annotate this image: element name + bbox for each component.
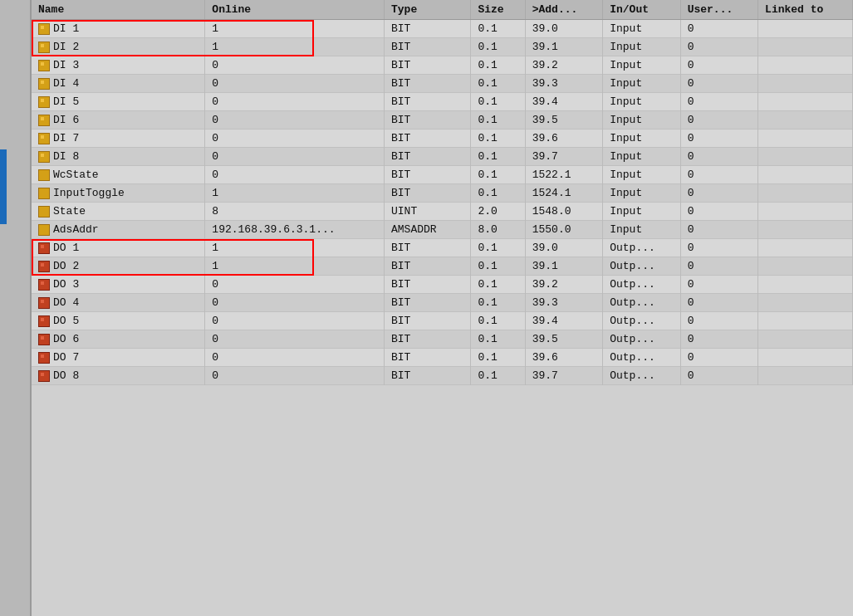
table-row[interactable]: DO 11BIT0.139.0Outp...0	[32, 239, 853, 257]
cell-name: DI 8	[32, 148, 205, 166]
table-row[interactable]: DO 60BIT0.139.5Outp...0	[32, 330, 853, 349]
cell-type: UINT	[385, 203, 471, 221]
table-row[interactable]: DI 40BIT0.139.3Input0	[32, 75, 853, 93]
cell-size: 0.1	[471, 111, 525, 130]
row-name-text: DO 3	[53, 278, 79, 291]
table-row[interactable]: DI 30BIT0.139.2Input0	[32, 56, 853, 75]
do-icon	[38, 297, 50, 309]
table-row[interactable]: DI 80BIT0.139.7Input0	[32, 148, 853, 166]
cell-size: 0.1	[471, 130, 525, 148]
cell-user: 0	[680, 239, 757, 257]
cell-online: 0	[205, 312, 385, 330]
cell-user: 0	[680, 349, 757, 367]
table-row[interactable]: InputToggle1BIT0.11524.1Input0	[32, 184, 853, 203]
cell-size: 0.1	[471, 75, 525, 93]
cell-linked	[758, 20, 853, 38]
row-name-text: DO 4	[53, 296, 79, 309]
col-addr: >Add...	[525, 0, 602, 20]
cell-user: 0	[680, 330, 757, 349]
table-row[interactable]: DI 21BIT0.139.1Input0	[32, 38, 853, 56]
cell-linked	[758, 93, 853, 111]
cell-inout: Input	[603, 184, 680, 203]
di-icon	[38, 60, 50, 71]
table-row[interactable]: AdsAddr192.168.39.6.3.1...AMSADDR8.01550…	[32, 221, 853, 239]
cell-name: DO 1	[32, 239, 205, 257]
cell-type: BIT	[385, 367, 471, 385]
cell-user: 0	[680, 203, 757, 221]
cell-user: 0	[680, 93, 757, 111]
cell-user: 0	[680, 56, 757, 75]
cell-inout: Input	[603, 38, 680, 56]
cell-user: 0	[680, 75, 757, 93]
table-row[interactable]: DI 60BIT0.139.5Input0	[32, 111, 853, 130]
cell-online: 1	[205, 257, 385, 276]
cell-user: 0	[680, 20, 757, 38]
cell-online: 0	[205, 130, 385, 148]
cell-name: DI 2	[32, 38, 205, 56]
cell-user: 0	[680, 130, 757, 148]
table-row[interactable]: DI 50BIT0.139.4Input0	[32, 93, 853, 111]
cell-inout: Outp...	[603, 294, 680, 312]
cell-linked	[758, 239, 853, 257]
cell-inout: Outp...	[603, 367, 680, 385]
row-name-text: DI 8	[53, 150, 79, 163]
cell-user: 0	[680, 367, 757, 385]
table-row[interactable]: DO 30BIT0.139.2Outp...0	[32, 276, 853, 294]
row-name-text: DI 2	[53, 41, 79, 53]
table-row[interactable]: DO 40BIT0.139.3Outp...0	[32, 294, 853, 312]
cell-size: 0.1	[471, 184, 525, 203]
cell-addr: 39.0	[525, 239, 602, 257]
cell-user: 0	[680, 38, 757, 56]
cell-online: 0	[205, 330, 385, 349]
table-row[interactable]: DO 50BIT0.139.4Outp...0	[32, 312, 853, 330]
table-row[interactable]: DI 70BIT0.139.6Input0	[32, 130, 853, 148]
cell-type: BIT	[385, 330, 471, 349]
cell-addr: 39.3	[525, 294, 602, 312]
cell-name: DI 7	[32, 130, 205, 148]
cell-size: 0.1	[471, 276, 525, 294]
table-row[interactable]: DO 80BIT0.139.7Outp...0	[32, 367, 853, 385]
cell-type: BIT	[385, 148, 471, 166]
cell-type: BIT	[385, 38, 471, 56]
cell-size: 0.1	[471, 239, 525, 257]
table-area[interactable]: Name Online Type Size >Add... In/Out Use…	[32, 0, 853, 616]
cell-online: 0	[205, 349, 385, 367]
cell-linked	[758, 130, 853, 148]
table-row[interactable]: DO 21BIT0.139.1Outp...0	[32, 257, 853, 276]
cell-linked	[758, 276, 853, 294]
cell-inout: Input	[603, 56, 680, 75]
cell-addr: 39.3	[525, 75, 602, 93]
cell-inout: Outp...	[603, 276, 680, 294]
table-row[interactable]: DO 70BIT0.139.6Outp...0	[32, 349, 853, 367]
cell-inout: Input	[603, 166, 680, 184]
di-icon	[38, 133, 50, 144]
cell-addr: 39.5	[525, 330, 602, 349]
table-row[interactable]: WcState0BIT0.11522.1Input0	[32, 166, 853, 184]
col-name: Name	[32, 0, 205, 20]
cell-addr: 39.1	[525, 257, 602, 276]
cell-linked	[758, 312, 853, 330]
cell-type: BIT	[385, 75, 471, 93]
cell-online: 0	[205, 93, 385, 111]
table-row[interactable]: State8UINT2.01548.0Input0	[32, 203, 853, 221]
table-row[interactable]: DI 11BIT0.139.0Input0	[32, 20, 853, 38]
cell-online: 0	[205, 75, 385, 93]
cell-name: DO 7	[32, 349, 205, 367]
row-name-text: DO 7	[53, 351, 79, 364]
cell-linked	[758, 56, 853, 75]
cell-inout: Input	[603, 75, 680, 93]
cell-type: BIT	[385, 239, 471, 257]
cell-type: BIT	[385, 130, 471, 148]
cell-online: 1	[205, 20, 385, 38]
cell-addr: 39.7	[525, 148, 602, 166]
cell-online: 0	[205, 111, 385, 130]
cell-linked	[758, 294, 853, 312]
cell-type: BIT	[385, 93, 471, 111]
cell-type: BIT	[385, 166, 471, 184]
row-name-text: DI 1	[53, 22, 79, 35]
table-wrapper[interactable]: Name Online Type Size >Add... In/Out Use…	[32, 0, 853, 616]
cell-type: BIT	[385, 111, 471, 130]
header-row: Name Online Type Size >Add... In/Out Use…	[32, 0, 853, 20]
cell-linked	[758, 38, 853, 56]
cell-size: 0.1	[471, 257, 525, 276]
